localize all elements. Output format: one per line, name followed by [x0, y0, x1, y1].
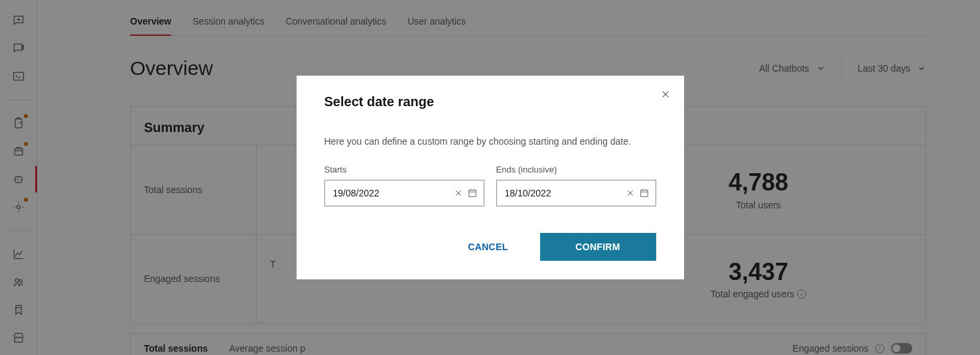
modal-title: Select date range: [324, 94, 656, 109]
modal-description: Here you can define a custom range by ch…: [324, 135, 656, 149]
starts-input-wrapper: [324, 180, 484, 206]
clear-icon[interactable]: [626, 189, 634, 197]
close-icon: [661, 90, 670, 99]
calendar-icon[interactable]: [640, 188, 649, 198]
close-button[interactable]: [658, 86, 673, 102]
svg-rect-13: [640, 190, 648, 197]
ends-label: Ends (inclusive): [496, 165, 656, 175]
ends-input-wrapper: [496, 180, 656, 206]
clear-icon[interactable]: [455, 189, 462, 197]
svg-rect-12: [468, 190, 476, 197]
cancel-button[interactable]: CANCEL: [449, 233, 526, 261]
starts-input[interactable]: [333, 188, 455, 198]
modal-overlay[interactable]: Select date range Here you can define a …: [0, 0, 980, 355]
confirm-button[interactable]: CONFIRM: [540, 233, 656, 261]
calendar-icon[interactable]: [468, 188, 477, 198]
starts-label: Starts: [324, 165, 484, 175]
date-range-modal: Select date range Here you can define a …: [297, 76, 684, 279]
ends-input[interactable]: [505, 188, 626, 198]
